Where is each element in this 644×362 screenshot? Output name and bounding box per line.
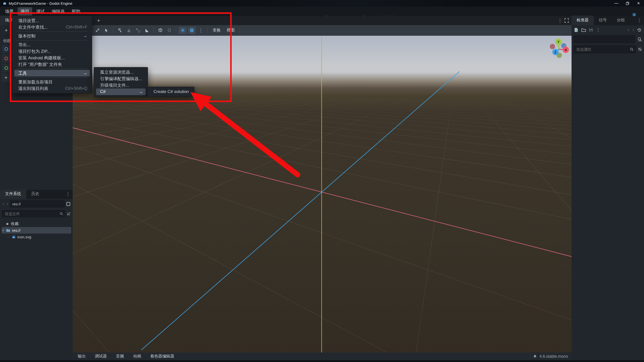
axis-gizmo[interactable]: Y X Z	[548, 38, 571, 61]
project-menu-popup: 项目设置... 在文件中查找...Ctrl+Shift+F 版本控制→ 导出..…	[12, 16, 92, 94]
menu-item-export[interactable]: 导出...	[14, 41, 90, 48]
menubar-item-project[interactable]: 项目	[18, 7, 32, 16]
menu-item-version-control[interactable]: 版本控制→	[14, 33, 90, 39]
star-icon: ★	[6, 221, 9, 226]
notification-bell-icon[interactable]	[533, 354, 537, 358]
filter-properties-input[interactable]	[576, 47, 630, 52]
tools-submenu-popup: 孤立资源浏览器... 引擎编译配置编辑器... 升级项目文件... C#→	[94, 67, 148, 97]
preview-sun-toggle[interactable]	[179, 27, 187, 34]
menu-item-find-in-files[interactable]: 在文件中查找...Ctrl+Shift+F	[14, 24, 90, 30]
inspector-dock: 检查器 信号 分组 ⋮ ⋮ ‹ › DOC	[572, 16, 644, 360]
menubar-item-help[interactable]: 帮助	[69, 7, 83, 16]
menu-item-tools[interactable]: 工具→	[14, 70, 90, 76]
tab-history[interactable]: 历史	[26, 189, 44, 199]
restore-button[interactable]	[622, 0, 633, 7]
split-view-button[interactable]	[66, 202, 71, 206]
scene-tabs-menu-button[interactable]: ⋮	[558, 18, 562, 23]
doc-search-icon: DOC	[637, 37, 642, 42]
tab-inspector[interactable]: 检查器	[572, 16, 594, 25]
nav-back-button[interactable]: ‹	[2, 201, 5, 207]
view-menu[interactable]: 视图	[224, 27, 237, 34]
search-icon	[630, 48, 634, 51]
filter-files-input[interactable]	[4, 211, 60, 216]
gizmo-y-label: Y	[557, 40, 560, 44]
menubar-item-editor[interactable]: 编辑器	[49, 7, 68, 16]
environment-globe-icon	[190, 28, 194, 32]
menu-item-quit-to-project-list[interactable]: 退出到项目列表Ctrl+Shift+Q	[14, 85, 90, 92]
bottom-tab-debugger[interactable]: 调试器	[91, 353, 110, 360]
history-forward-button[interactable]: ›	[632, 27, 634, 33]
plus-icon: +	[5, 75, 8, 81]
godot-editor-window: MyGFrameworkGame - Godot Engine — × 场景 项…	[0, 0, 644, 362]
open-docs-button[interactable]: DOC	[637, 37, 642, 42]
snap-mode-button[interactable]	[156, 27, 164, 34]
inspector-menu-button[interactable]: ⋮	[634, 16, 644, 25]
menu-item-csharp[interactable]: C#→	[96, 88, 146, 95]
menu-item-install-android-template[interactable]: 安装 Android 构建模板...	[14, 55, 90, 61]
load-resource-button[interactable]	[581, 28, 586, 32]
separator	[530, 354, 531, 359]
scale-tool-button[interactable]	[93, 27, 101, 34]
ruler-mode-button[interactable]	[143, 27, 151, 34]
nav-forward-button[interactable]: ›	[6, 201, 9, 207]
magnet-icon	[167, 28, 171, 32]
preview-environment-toggle[interactable]	[188, 27, 196, 34]
tab-signals[interactable]: 信号	[594, 16, 612, 25]
magnet-snap-button[interactable]	[165, 27, 173, 34]
menu-item-create-csharp-solution[interactable]: Create C# solution	[149, 88, 192, 95]
sort-files-button[interactable]	[67, 212, 71, 216]
tree-item-icon-svg[interactable]: icon.svg	[2, 234, 71, 240]
save-resource-button[interactable]	[589, 28, 593, 32]
menu-item-pack-zip[interactable]: 项目打包为 ZIP...	[14, 48, 90, 55]
gizmo-neg-x-ball	[550, 44, 555, 49]
close-button[interactable]: ×	[633, 0, 644, 7]
lock-selected-button[interactable]	[125, 27, 133, 34]
menu-item-upgrade-project-files[interactable]: 升级项目文件...	[96, 82, 146, 88]
tab-groups[interactable]: 分组	[612, 16, 630, 25]
select-tool-button[interactable]	[102, 27, 110, 34]
minimize-button[interactable]: —	[611, 0, 622, 7]
history-back-button[interactable]: ‹	[627, 27, 629, 33]
menubar-item-debug[interactable]: 调试	[33, 7, 48, 16]
new-resource-icon	[574, 28, 578, 32]
tab-filesystem[interactable]: 文件系统	[0, 189, 26, 199]
select-list-button[interactable]	[116, 27, 124, 34]
resource-options-button[interactable]: ⋮	[596, 27, 600, 33]
object-name-field[interactable]	[574, 35, 635, 43]
caret-down-icon[interactable]: ∨	[2, 229, 4, 232]
search-icon	[60, 212, 63, 215]
property-tools-button[interactable]	[638, 47, 642, 51]
menubar-item-scene[interactable]: 场景	[2, 7, 17, 16]
ungroup-icon	[136, 28, 140, 32]
bottom-tab-audio[interactable]: 音频	[112, 353, 128, 360]
window-bottom-edge	[0, 360, 644, 362]
bottom-tab-shader-editor[interactable]: 着色器编辑器	[147, 353, 178, 360]
menu-item-engine-compile-config[interactable]: 引擎编译配置编辑器...	[96, 75, 146, 82]
add-node-button[interactable]: +	[3, 27, 10, 34]
new-scene-tab-button[interactable]: +	[95, 17, 102, 24]
menubar: 场景 项目 调试 编辑器 帮助	[2, 7, 84, 16]
tree-item-res-root[interactable]: ∨ res://	[2, 227, 71, 234]
filesystem-tabbar: 文件系统 历史 ⋮	[0, 190, 73, 199]
submenu-arrow-icon: →	[76, 33, 87, 38]
expand-icon	[565, 18, 569, 23]
transform-menu[interactable]: 变换	[210, 27, 223, 34]
new-resource-button[interactable]	[574, 28, 578, 32]
filesystem-menu-button[interactable]: ⋮	[63, 189, 73, 199]
scene-tab-strip: + ⋮	[73, 16, 572, 25]
menu-item-open-user-data-folder[interactable]: 打开 “用户数据” 文件夹	[14, 61, 90, 68]
version-label[interactable]: 4.6.stable.mono	[539, 354, 568, 359]
menu-item-project-settings[interactable]: 项目设置...	[14, 17, 90, 24]
object-history-button[interactable]	[637, 28, 641, 32]
ungroup-selected-button[interactable]	[134, 27, 142, 34]
lock-icon	[127, 28, 131, 32]
distraction-free-button[interactable]	[565, 18, 569, 23]
bottom-tab-output[interactable]: 输出	[74, 353, 89, 360]
menu-item-reload-project[interactable]: 重新加载当前项目	[14, 79, 90, 85]
list-select-icon	[118, 28, 122, 32]
godot-file-icon	[12, 235, 16, 239]
menu-item-orphan-resource-explorer[interactable]: 孤立资源浏览器...	[96, 69, 146, 75]
bottom-tab-animation[interactable]: 动画	[130, 353, 145, 360]
path-input[interactable]	[10, 200, 65, 207]
preview-options-button[interactable]: ⋮	[197, 27, 205, 34]
